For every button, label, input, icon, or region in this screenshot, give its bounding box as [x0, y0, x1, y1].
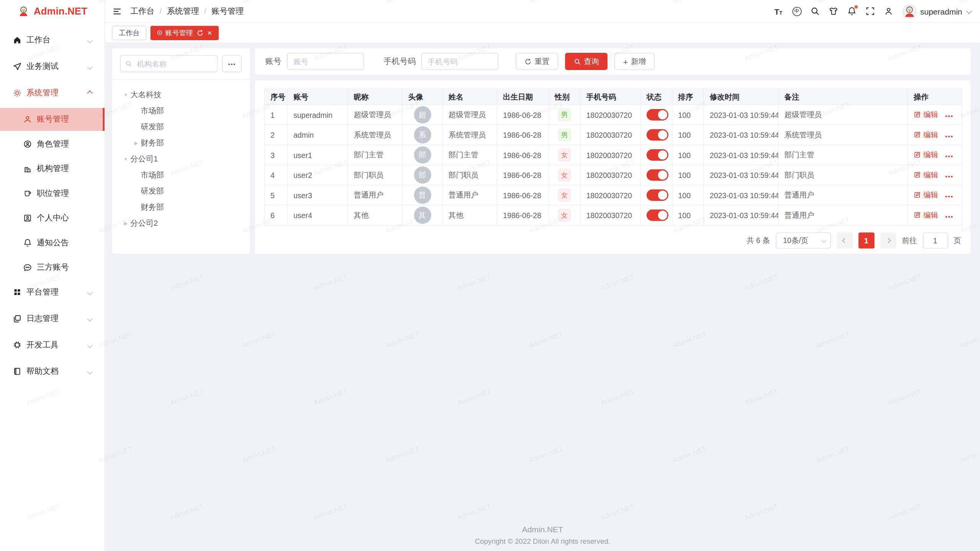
menu-fold-icon[interactable] [112, 6, 122, 16]
add-button[interactable]: + 新增 [614, 53, 655, 70]
edit-button[interactable]: 编辑 [914, 170, 939, 180]
sidebar-item-label: 职位管理 [37, 188, 69, 199]
reset-button[interactable]: 重置 [516, 53, 558, 70]
pagination: 共 6 条 10条/页 1 前往 页 [264, 233, 961, 249]
breadcrumb: 工作台 / 系统管理 / 账号管理 [131, 6, 244, 16]
more-actions-icon[interactable]: ••• [945, 133, 954, 140]
more-actions-icon[interactable]: ••• [945, 193, 954, 200]
more-actions-icon[interactable]: ••• [945, 213, 954, 220]
caret-collapsed-icon[interactable]: ▶ [132, 140, 141, 146]
more-actions-icon[interactable]: ••• [945, 112, 954, 119]
sidebar-item-label: 三方账号 [37, 262, 69, 273]
table-header-row: 序号 账号 昵称 头像 姓名 出生日期 性别 手机号码 状态 排序 修改时间 [265, 89, 962, 105]
profile-icon[interactable] [884, 6, 894, 16]
next-page-button[interactable] [880, 233, 896, 249]
caret-expanded-icon[interactable]: ▼ [121, 92, 131, 98]
fullscreen-icon[interactable] [865, 6, 875, 16]
gear-icon [13, 88, 22, 98]
sidebar-item-role-mgmt[interactable]: 角色管理 [0, 133, 105, 156]
sidebar-item-thirdparty-account[interactable]: 三方账号 [0, 256, 105, 279]
footer-copyright: Copyright © 2022 Dilon All rights reserv… [105, 537, 980, 545]
tree-node[interactable]: 财务部 [116, 199, 247, 215]
sidebar-item-notice[interactable]: 通知公告 [0, 231, 105, 254]
tree-node[interactable]: ▼分公司1 [116, 151, 247, 167]
tab-bar: 工作台 账号管理 × [105, 23, 980, 43]
close-icon[interactable]: × [207, 29, 212, 37]
role-icon [23, 140, 32, 149]
sidebar-item-biz-test[interactable]: 业务测试 [0, 55, 105, 78]
account-input[interactable] [287, 53, 364, 70]
chip-icon [13, 341, 22, 350]
sidebar-item-org-mgmt[interactable]: 机构管理 [0, 157, 105, 180]
current-page-button[interactable]: 1 [858, 233, 874, 249]
sidebar-item-platform-mgmt[interactable]: 平台管理 [0, 281, 105, 304]
edit-button[interactable]: 编辑 [914, 210, 939, 220]
tab-account-mgmt[interactable]: 账号管理 × [150, 26, 219, 40]
org-tree-header: ••• [112, 48, 250, 80]
edit-icon [914, 151, 921, 159]
logo[interactable]: Admin.NET [0, 0, 105, 23]
breadcrumb-item[interactable]: 系统管理 [167, 6, 199, 16]
theme-icon[interactable] [828, 6, 839, 16]
page-size-select[interactable]: 10条/页 [776, 233, 831, 249]
edit-button[interactable]: 编辑 [914, 190, 939, 200]
more-actions-icon[interactable]: ••• [945, 153, 954, 160]
query-button[interactable]: 查询 [565, 53, 608, 70]
sidebar-item-workbench[interactable]: 工作台 [0, 29, 105, 52]
sidebar-item-account-mgmt[interactable]: 账号管理 [0, 108, 105, 131]
refresh-icon[interactable] [196, 29, 204, 37]
font-size-icon[interactable]: TT [773, 6, 784, 16]
total-count: 共 6 条 [746, 235, 770, 246]
tree-node[interactable]: ▶分公司2 [116, 215, 247, 231]
prev-page-button[interactable] [836, 233, 853, 249]
column-header: 头像 [402, 89, 443, 105]
sidebar-item-personal-center[interactable]: 个人中心 [0, 207, 105, 230]
language-icon[interactable]: 中 [792, 6, 802, 16]
tab-label: 工作台 [119, 28, 140, 38]
breadcrumb-item[interactable]: 账号管理 [211, 6, 243, 16]
sidebar-item-position-mgmt[interactable]: 职位管理 [0, 182, 105, 205]
sidebar-item-system-mgmt[interactable]: 系统管理 [0, 82, 105, 104]
sidebar-item-dev-tools[interactable]: 开发工具 [0, 334, 105, 357]
status-toggle[interactable] [647, 149, 668, 161]
table-row: 3 user1 部门主管 部 部门主管 1986-06-28 女 1802003… [265, 145, 962, 165]
status-toggle[interactable] [647, 189, 668, 201]
logo-monk-icon [17, 5, 30, 18]
status-toggle[interactable] [647, 109, 668, 121]
search-icon[interactable] [810, 6, 820, 16]
tree-node[interactable]: 研发部 [116, 119, 247, 135]
tab-label: 账号管理 [165, 28, 193, 38]
caret-expanded-icon[interactable]: ▼ [121, 156, 131, 162]
notification-bell-icon[interactable] [847, 6, 857, 16]
tree-node[interactable]: ▼大名科技 [116, 87, 247, 103]
filter-bar: 账号 手机号码 重置 查询 [255, 48, 971, 75]
edit-button[interactable]: 编辑 [914, 109, 939, 120]
status-toggle[interactable] [647, 170, 668, 181]
edit-button[interactable]: 编辑 [914, 150, 939, 160]
tree-node[interactable]: 市场部 [116, 167, 247, 183]
user-dropdown[interactable]: superadmin [902, 4, 971, 19]
tree-node[interactable]: 市场部 [116, 103, 247, 119]
caret-collapsed-icon[interactable]: ▶ [121, 221, 131, 226]
sidebar-item-help-docs[interactable]: 帮助文档 [0, 360, 105, 383]
sidebar-item-log-mgmt[interactable]: 日志管理 [0, 307, 105, 330]
chevron-down-icon [87, 64, 93, 70]
tree-more-button[interactable]: ••• [222, 55, 242, 72]
edit-button[interactable]: 编辑 [914, 130, 939, 140]
status-toggle[interactable] [647, 129, 668, 141]
content-area: ••• ▼大名科技 市场部 研发部 ▶财务部 ▼分公司1 市场部 研发部 财务部… [105, 43, 980, 551]
tree-node[interactable]: ▶财务部 [116, 135, 247, 151]
status-toggle[interactable] [647, 210, 668, 221]
breadcrumb-item[interactable]: 工作台 [131, 6, 155, 16]
more-actions-icon[interactable]: ••• [945, 173, 954, 180]
phone-input[interactable] [421, 53, 498, 70]
goto-page-input[interactable] [923, 233, 948, 249]
active-tab-dot-icon [157, 31, 162, 35]
sidebar-item-label: 通知公告 [37, 238, 69, 248]
tree-node[interactable]: 研发部 [116, 183, 247, 199]
sidebar-item-label: 机构管理 [37, 164, 69, 174]
sidebar-item-label: 业务测试 [26, 62, 59, 72]
org-search-box [120, 55, 218, 72]
tab-workbench[interactable]: 工作台 [112, 26, 147, 40]
org-search-input[interactable] [136, 59, 212, 69]
